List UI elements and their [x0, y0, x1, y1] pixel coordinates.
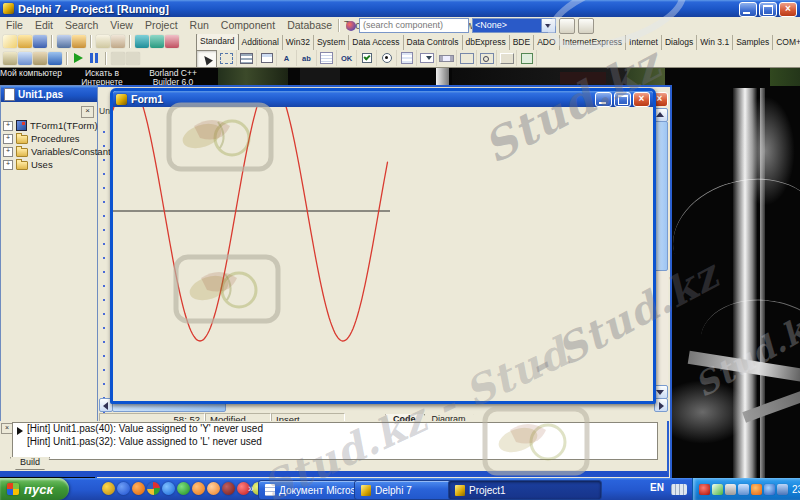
form1-title-bar[interactable]: Form1 × — [113, 91, 653, 107]
remove-file-from-project-button[interactable] — [111, 35, 125, 48]
explorer-title-bar[interactable]: Unit1.pas — [1, 86, 97, 102]
tab-dbexpress[interactable]: dbExpress — [463, 35, 510, 50]
desktop-layout-combo[interactable]: <None> — [472, 18, 556, 33]
quicklaunch-icon-9[interactable] — [222, 482, 235, 495]
tree-item-tform1[interactable]: + TForm1(TForm) — [3, 119, 115, 132]
comp-panel[interactable] — [497, 50, 517, 66]
menu-database[interactable]: Database — [281, 19, 338, 31]
new-file-button[interactable] — [3, 35, 17, 48]
tool-cursor[interactable] — [196, 50, 217, 68]
save-file-button[interactable] — [33, 35, 47, 48]
comp-button[interactable]: OK — [337, 50, 357, 66]
start-button[interactable]: пуск — [0, 478, 69, 500]
quicklaunch-icon-3[interactable] — [132, 482, 145, 495]
tab-internetexpress[interactable]: InternetExpress — [560, 35, 627, 50]
tree-item-uses[interactable]: + Uses — [3, 158, 115, 171]
tab-standard[interactable]: Standard — [196, 34, 239, 50]
comp-groupbox[interactable] — [457, 50, 477, 66]
language-indicator[interactable]: EN — [650, 482, 664, 493]
open-project-button[interactable] — [72, 35, 86, 48]
view-form-button[interactable] — [18, 52, 32, 65]
open-file-button[interactable] — [18, 35, 32, 48]
save-all-button[interactable] — [57, 35, 71, 48]
keyboard-icon[interactable] — [671, 484, 687, 495]
minimize-button[interactable] — [739, 2, 757, 17]
quicklaunch-icon-8[interactable] — [207, 482, 220, 495]
quicklaunch-icon-2[interactable] — [117, 482, 130, 495]
taskbar-clock[interactable]: 23:58 — [792, 484, 800, 495]
tab-ado[interactable]: ADO — [534, 35, 559, 50]
comp-listbox[interactable] — [397, 50, 417, 66]
comp-mainmenu[interactable] — [237, 50, 257, 66]
tray-update-icon[interactable] — [751, 484, 762, 495]
menu-component[interactable]: Component — [215, 19, 281, 31]
menu-file[interactable]: File — [0, 19, 29, 31]
comp-popupmenu[interactable] — [257, 50, 277, 66]
tree-item-procedures[interactable]: + Procedures — [3, 132, 115, 145]
hint-message[interactable]: [Hint] Unit1.pas(32): Value assigned to … — [13, 436, 657, 449]
quicklaunch-icon-5[interactable] — [162, 482, 175, 495]
tree-expander-icon[interactable]: + — [3, 147, 13, 157]
tab-additional[interactable]: Additional — [239, 35, 283, 50]
step-over-button[interactable] — [126, 52, 140, 65]
explorer-close-icon[interactable]: × — [81, 106, 94, 118]
combo-dropdown-button[interactable] — [541, 19, 555, 32]
tab-dialogs[interactable]: Dialogs — [662, 35, 697, 50]
tree-expander-icon[interactable]: + — [3, 121, 13, 131]
comp-actionlist[interactable] — [517, 50, 537, 66]
tray-display-icon[interactable] — [777, 484, 788, 495]
help-topic-button[interactable] — [150, 35, 164, 48]
toolbar-extra-button-1[interactable] — [559, 18, 575, 34]
form-close-button[interactable]: × — [633, 92, 650, 107]
tree-item-variables-constants[interactable]: + Variables/Constants — [3, 145, 115, 158]
desktop-icon-my-computer[interactable]: Мой компьютер — [0, 69, 62, 78]
tray-clock-icon[interactable] — [764, 484, 775, 495]
tab-system[interactable]: System — [314, 35, 349, 50]
taskbar-button-project1[interactable]: Project1 — [448, 480, 602, 500]
form-maximize-button[interactable] — [614, 92, 631, 107]
tray-shield-icon[interactable] — [712, 484, 723, 495]
comp-edit[interactable]: ab — [297, 50, 317, 66]
taskbar-button-word[interactable]: Документ Microsoft ... — [258, 480, 364, 500]
maximize-button[interactable] — [759, 2, 777, 17]
view-unit-button[interactable] — [3, 52, 17, 65]
help-question-button[interactable] — [165, 35, 179, 48]
tab-data-access[interactable]: Data Access — [349, 35, 403, 50]
scroll-right-icon[interactable] — [654, 398, 668, 412]
tab-build[interactable]: Build — [10, 457, 50, 470]
comp-frames[interactable] — [217, 50, 237, 66]
quicklaunch-icon-4[interactable] — [147, 482, 160, 495]
menu-project[interactable]: Project — [139, 19, 184, 31]
close-button[interactable]: × — [779, 2, 797, 17]
chevron-right-icon[interactable]: » — [248, 482, 254, 494]
comp-radiobutton[interactable] — [377, 50, 397, 66]
toggle-form-unit-button[interactable] — [33, 52, 47, 65]
menu-edit[interactable]: Edit — [29, 19, 59, 31]
comp-scrollbar[interactable] — [437, 50, 457, 66]
form-minimize-button[interactable] — [595, 92, 612, 107]
tray-network-disabled-icon[interactable] — [738, 484, 749, 495]
hint-message[interactable]: [Hint] Unit1.pas(40): Value assigned to … — [13, 423, 657, 436]
tab-win32[interactable]: Win32 — [283, 35, 314, 50]
trace-into-button[interactable] — [111, 52, 125, 65]
tree-expander-icon[interactable]: + — [3, 134, 13, 144]
menu-search[interactable]: Search — [59, 19, 104, 31]
tab-bde[interactable]: BDE — [510, 35, 534, 50]
tree-expander-icon[interactable]: + — [3, 160, 13, 170]
search-component-input[interactable]: (search component) — [359, 18, 469, 33]
comp-label[interactable]: A — [277, 50, 297, 66]
ide-title-bar[interactable]: Delphi 7 - Project1 [Running] × — [0, 0, 800, 17]
tab-win31[interactable]: Win 3.1 — [697, 35, 733, 50]
comp-memo[interactable] — [317, 50, 337, 66]
run-button[interactable] — [72, 52, 86, 65]
help-contents-button[interactable] — [135, 35, 149, 48]
menu-run[interactable]: Run — [184, 19, 215, 31]
comp-combobox[interactable] — [417, 50, 437, 66]
add-file-to-project-button[interactable] — [96, 35, 110, 48]
quicklaunch-icon-6[interactable] — [177, 482, 190, 495]
menu-view[interactable]: View — [104, 19, 139, 31]
tray-volume-muted-icon[interactable] — [725, 484, 736, 495]
new-form-button[interactable] — [48, 52, 62, 65]
tray-antivirus-icon[interactable] — [699, 484, 710, 495]
pause-button[interactable] — [87, 52, 101, 65]
